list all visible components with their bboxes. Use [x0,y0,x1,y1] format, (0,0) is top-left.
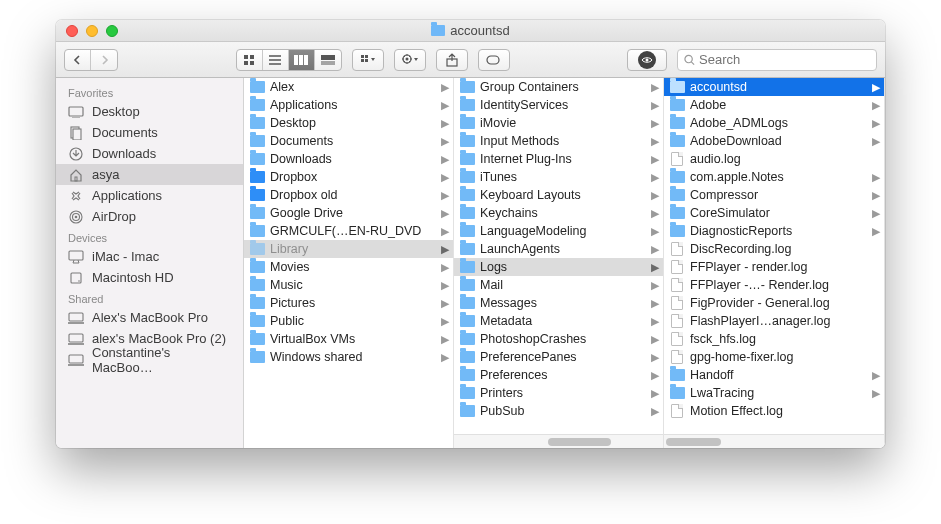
arrange-button[interactable] [352,49,384,71]
file-row[interactable]: Desktop▶ [244,114,453,132]
file-row-label: Adobe_ADMLogs [690,116,869,130]
file-row-label: IdentityServices [480,98,648,112]
folder-icon [460,99,475,111]
chevron-right-icon: ▶ [648,279,659,292]
file-row[interactable]: Messages▶ [454,294,663,312]
file-row[interactable]: Adobe▶ [664,96,884,114]
file-row[interactable]: AdobeDownload▶ [664,132,884,150]
close-window-button[interactable] [66,25,78,37]
file-row[interactable]: Movies▶ [244,258,453,276]
sidebar-item[interactable]: Constantine's MacBoo… [56,349,243,370]
file-row[interactable]: Music▶ [244,276,453,294]
file-row[interactable]: iTunes▶ [454,168,663,186]
file-row[interactable]: Mail▶ [454,276,663,294]
file-row[interactable]: Dropbox old▶ [244,186,453,204]
minimize-window-button[interactable] [86,25,98,37]
search-field[interactable] [677,49,877,71]
file-row[interactable]: Input Methods▶ [454,132,663,150]
file-row[interactable]: Documents▶ [244,132,453,150]
file-row[interactable]: FigProvider - General.log [664,294,884,312]
file-row-label: Applications [270,98,438,112]
file-row[interactable]: Adobe_ADMLogs▶ [664,114,884,132]
file-row[interactable]: Alex▶ [244,78,453,96]
file-row[interactable]: Printers▶ [454,384,663,402]
file-row[interactable]: Public▶ [244,312,453,330]
file-row[interactable]: Handoff▶ [664,366,884,384]
file-row[interactable]: Internet Plug-Ins▶ [454,150,663,168]
column-scrollbar[interactable] [664,434,884,448]
file-row[interactable]: PubSub▶ [454,402,663,420]
sidebar-item-label: AirDrop [92,209,136,224]
file-row[interactable]: FFPlayer - render.log [664,258,884,276]
file-row[interactable]: Applications▶ [244,96,453,114]
file-row[interactable]: FFPlayer -…- Render.log [664,276,884,294]
file-row[interactable]: CoreSimulator▶ [664,204,884,222]
svg-rect-24 [69,107,83,116]
coverflow-view-button[interactable] [315,50,341,70]
file-row[interactable]: Pictures▶ [244,294,453,312]
back-button[interactable] [65,50,91,70]
sidebar-item[interactable]: Alex's MacBook Pro [56,307,243,328]
chevron-right-icon: ▶ [648,117,659,130]
column-scrollbar[interactable] [454,434,663,448]
file-row[interactable]: Google Drive▶ [244,204,453,222]
chevron-right-icon: ▶ [869,369,880,382]
sidebar-item[interactable]: AirDrop [56,206,243,227]
icon-view-button[interactable] [237,50,263,70]
file-row[interactable]: LwaTracing▶ [664,384,884,402]
remote-icon [68,311,84,325]
forward-button[interactable] [91,50,117,70]
file-row[interactable]: Keychains▶ [454,204,663,222]
file-row[interactable]: Downloads▶ [244,150,453,168]
file-row[interactable]: DiagnosticReports▶ [664,222,884,240]
share-button[interactable] [436,49,468,71]
file-row[interactable]: PreferencePanes▶ [454,348,663,366]
file-row[interactable]: gpg-home-fixer.log [664,348,884,366]
file-row[interactable]: Metadata▶ [454,312,663,330]
file-row[interactable]: accountsd▶ [664,78,884,96]
sidebar-item[interactable]: Documents [56,122,243,143]
sidebar-item[interactable]: Desktop [56,101,243,122]
chevron-right-icon: ▶ [438,315,449,328]
file-row[interactable]: DiscRecording.log [664,240,884,258]
list-view-button[interactable] [263,50,289,70]
sidebar-item[interactable]: iMac - Imac [56,246,243,267]
search-input[interactable] [699,52,870,67]
file-row-label: Motion Effect.log [690,404,880,418]
folder-icon [250,135,265,147]
file-row[interactable]: fsck_hfs.log [664,330,884,348]
file-row[interactable]: com.apple.Notes▶ [664,168,884,186]
file-icon [671,350,683,364]
file-row[interactable]: GRMCULF(…EN-RU_DVD▶ [244,222,453,240]
file-row[interactable]: FlashPlayerI…anager.log [664,312,884,330]
sidebar-item[interactable]: Downloads [56,143,243,164]
zoom-window-button[interactable] [106,25,118,37]
sidebar-item[interactable]: Applications [56,185,243,206]
finder-window: accountsd [56,20,885,448]
file-row[interactable]: Windows shared▶ [244,348,453,366]
file-row[interactable]: Preferences▶ [454,366,663,384]
sidebar-item[interactable]: asya [56,164,243,185]
file-row[interactable]: VirtualBox VMs▶ [244,330,453,348]
chevron-right-icon: ▶ [648,315,659,328]
action-button[interactable] [394,49,426,71]
column-view-button[interactable] [289,50,315,70]
file-row[interactable]: Logs▶ [454,258,663,276]
file-row[interactable]: iMovie▶ [454,114,663,132]
file-row[interactable]: Dropbox▶ [244,168,453,186]
file-row-label: Downloads [270,152,438,166]
file-row[interactable]: audio.log [664,150,884,168]
file-row[interactable]: PhotoshopCrashes▶ [454,330,663,348]
file-row[interactable]: LanguageModeling▶ [454,222,663,240]
dropbox-badge-button[interactable] [627,49,667,71]
file-row[interactable]: Compressor▶ [664,186,884,204]
file-row[interactable]: LaunchAgents▶ [454,240,663,258]
file-row[interactable]: Keyboard Layouts▶ [454,186,663,204]
column-0: Alex▶Applications▶Desktop▶Documents▶Down… [244,78,454,448]
tags-button[interactable] [478,49,510,71]
file-row[interactable]: Group Containers▶ [454,78,663,96]
file-row[interactable]: IdentityServices▶ [454,96,663,114]
file-row[interactable]: Motion Effect.log [664,402,884,420]
sidebar-item[interactable]: Macintosh HD [56,267,243,288]
file-row[interactable]: Library▶ [244,240,453,258]
